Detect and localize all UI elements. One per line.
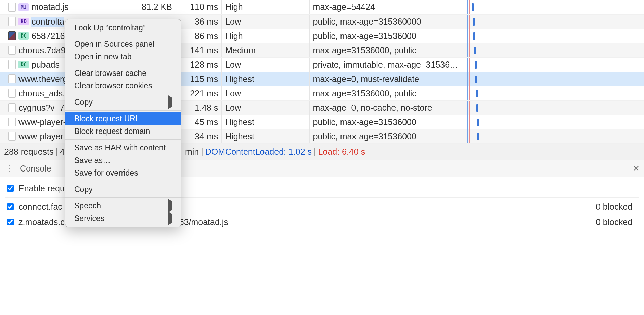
ctx-clear-cache[interactable]: Clear browser cache (65, 67, 181, 80)
request-name: pubads_ (31, 60, 64, 70)
cell-waterfall (463, 43, 644, 57)
cell-cache-control: public, max-age=31536000 (309, 29, 463, 43)
cell-priority: Highest (222, 129, 309, 143)
blocked-count: 0 blocked (596, 202, 637, 212)
cell-time: 115 ms (176, 72, 221, 86)
cell-time: 1.48 s (176, 100, 221, 115)
initiator-badge: MI (18, 3, 29, 11)
cell-waterfall (463, 129, 644, 143)
ctx-services-submenu[interactable]: Services (65, 212, 181, 225)
cell-priority: Low (222, 14, 309, 29)
blocked-pattern-checkbox[interactable] (7, 203, 14, 210)
initiator-badge: DC (18, 32, 29, 40)
network-row[interactable]: MImoatad.js81.2 KB110 msHighmax-age=5442… (0, 0, 644, 14)
cell-cache-control: max-age=31536000, public (309, 43, 463, 57)
cell-priority: High (222, 0, 309, 14)
request-name: www-player- (18, 117, 66, 127)
drawer-close-icon[interactable]: × (633, 163, 639, 174)
drawer-menu-icon[interactable]: ⋮ (5, 164, 14, 174)
cell-priority: Medium (222, 43, 309, 57)
file-icon (8, 103, 16, 112)
enable-blocking-checkbox[interactable] (7, 185, 14, 192)
initiator-badge: KD (18, 18, 29, 25)
ctx-clear-cookies[interactable]: Clear browser cookies (65, 80, 181, 92)
ctx-lookup[interactable]: Look Up “controltag” (65, 22, 181, 34)
ctx-speech-submenu[interactable]: Speech (65, 200, 181, 212)
cell-waterfall (463, 29, 644, 43)
request-name: cygnus?v=7 (18, 103, 64, 113)
cell-time: 34 ms (176, 129, 221, 143)
ctx-copy-submenu[interactable]: Copy (65, 96, 181, 109)
cell-priority: High (222, 29, 309, 43)
ctx-open-sources[interactable]: Open in Sources panel (65, 38, 181, 51)
status-transferred: 4 (60, 147, 65, 157)
cell-time: 36 ms (176, 14, 221, 29)
cell-waterfall (463, 86, 644, 100)
request-name: chorus.7da9 (18, 45, 66, 55)
cell-time: 86 ms (176, 29, 221, 43)
cell-cache-control: max-age=31536000, public (309, 86, 463, 100)
cell-priority: Low (222, 86, 309, 100)
cell-cache-control: max-age=54424 (309, 0, 463, 14)
file-icon (8, 3, 16, 12)
blocked-count: 0 blocked (596, 217, 637, 227)
cell-time: 141 ms (176, 43, 221, 57)
cell-waterfall (463, 72, 644, 86)
cell-waterfall (463, 14, 644, 29)
tab-console[interactable]: Console (14, 164, 57, 174)
context-menu: Look Up “controltag” Open in Sources pan… (65, 19, 181, 227)
cell-cache-control: public, max-age=31536000 (309, 129, 463, 143)
cell-cache-control: public, max-age=315360000 (309, 14, 463, 29)
cell-size: 81.2 KB (110, 0, 176, 14)
cell-priority: Highest (222, 72, 309, 86)
file-icon (8, 31, 16, 40)
cell-time: 45 ms (176, 115, 221, 129)
ctx-save-as[interactable]: Save as… (65, 154, 181, 167)
cell-waterfall (463, 115, 644, 129)
cell-cache-control: private, immutable, max-age=31536… (309, 57, 463, 72)
cell-waterfall (463, 0, 644, 14)
cell-cache-control: public, max-age=31536000 (309, 115, 463, 129)
request-name: controlta (31, 17, 64, 27)
status-after: min (185, 147, 199, 157)
cell-waterfall (463, 100, 644, 115)
cell-cache-control: max-age=0, no-cache, no-store (309, 100, 463, 115)
status-requests: 288 requests (4, 147, 54, 157)
chevron-right-icon (168, 211, 172, 225)
enable-blocking-label: Enable requ (18, 183, 65, 193)
cell-time: 128 ms (176, 57, 221, 72)
ctx-open-tab[interactable]: Open in new tab (65, 51, 181, 63)
cell-time: 110 ms (176, 0, 221, 14)
blocked-pattern-checkbox[interactable] (7, 219, 14, 225)
file-icon (8, 132, 16, 141)
status-load: Load: 6.40 s (318, 147, 365, 157)
cell-priority: Low (222, 57, 309, 72)
cell-cache-control: max-age=0, must-revalidate (309, 72, 463, 86)
ctx-block-domain[interactable]: Block request domain (65, 125, 181, 138)
file-icon (8, 60, 16, 69)
file-icon (8, 17, 16, 26)
cell-priority: Low (222, 100, 309, 115)
cell-time: 221 ms (176, 86, 221, 100)
blocked-pattern-text: connect.fac (18, 202, 62, 212)
ctx-copy[interactable]: Copy (65, 183, 181, 196)
request-name: www-player- (18, 132, 66, 141)
status-sep: | (56, 147, 58, 157)
chevron-right-icon (168, 199, 172, 213)
ctx-save-overrides[interactable]: Save for overrides (65, 167, 181, 179)
ctx-save-har[interactable]: Save as HAR with content (65, 141, 181, 154)
file-icon (8, 74, 16, 83)
request-name: www.theverg (18, 74, 67, 84)
cell-waterfall (463, 57, 644, 72)
cell-priority: Highest (222, 115, 309, 129)
initiator-badge: DC (18, 61, 29, 68)
file-icon (8, 89, 16, 98)
file-icon (8, 46, 16, 55)
file-icon (8, 118, 16, 126)
request-name: chorus_ads. (18, 88, 65, 98)
chevron-right-icon (168, 95, 172, 109)
ctx-block-url[interactable]: Block request URL (65, 112, 181, 125)
status-dcl: DOMContentLoaded: 1.02 s (205, 147, 312, 157)
request-name: moatad.js (31, 2, 68, 12)
request-name: 6587216 (31, 31, 65, 41)
